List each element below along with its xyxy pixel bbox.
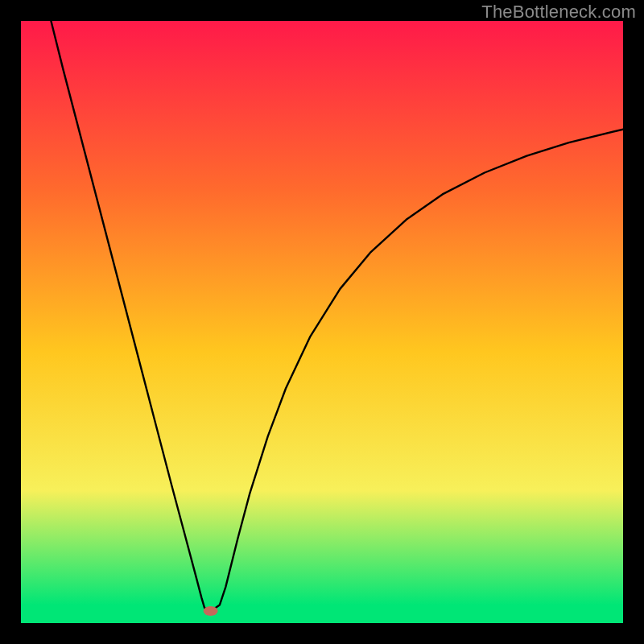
- watermark-text: TheBottleneck.com: [481, 2, 636, 23]
- chart-frame: TheBottleneck.com: [0, 0, 644, 644]
- optimum-marker: [204, 606, 218, 616]
- gradient-background: [21, 21, 623, 623]
- plot-area: [21, 21, 623, 623]
- chart-svg: [21, 21, 623, 623]
